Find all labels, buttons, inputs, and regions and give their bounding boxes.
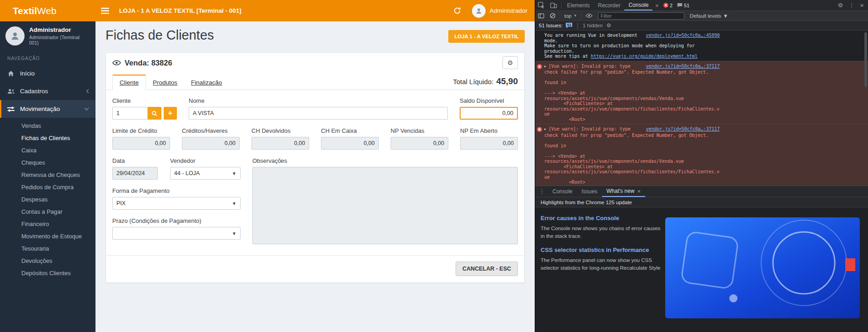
console-sidebar-icon[interactable] bbox=[535, 11, 547, 20]
whats-new-item-title[interactable]: CSS selector statistics in Performance bbox=[541, 246, 664, 253]
drawer-tabbar: ⋮ Console Issues What's new× bbox=[535, 186, 868, 197]
limite-credito-label: Limite de Crédito bbox=[112, 127, 170, 134]
sidebar-subitem-caixa[interactable]: Caixa bbox=[0, 144, 95, 156]
sidebar-subitem-despesas[interactable]: Despesas bbox=[0, 193, 95, 206]
message-count-badge[interactable]: 51 bbox=[675, 3, 692, 8]
issues-settings-icon[interactable]: ⚙ bbox=[607, 22, 612, 29]
console-filter-input[interactable] bbox=[598, 12, 684, 20]
issues-count-label: 51 Issues: bbox=[539, 23, 562, 28]
observacoes-textarea[interactable] bbox=[252, 167, 518, 244]
clear-console-icon[interactable] bbox=[547, 11, 558, 20]
creditos-haveres-input[interactable] bbox=[182, 137, 240, 150]
nome-label: Nome bbox=[189, 97, 448, 104]
sidebar-subitem-remessa-de-cheques[interactable]: Remessa de Cheques bbox=[0, 169, 95, 181]
sidebar-subitem-movimento-de-estoque[interactable]: Movimento de Estoque bbox=[0, 230, 95, 242]
np-em-aberto-input[interactable] bbox=[460, 137, 518, 150]
np-em-aberto-label: NP Em Aberto bbox=[460, 127, 518, 134]
sidebar-subitem-financeiro[interactable]: Financeiro bbox=[0, 218, 95, 230]
forma-pagamento-label: Forma de Pagamento bbox=[112, 187, 241, 194]
expand-triangle-icon[interactable]: ▶ bbox=[544, 127, 546, 132]
home-icon bbox=[7, 70, 15, 77]
cliente-search-button[interactable] bbox=[148, 107, 161, 120]
tab-produtos[interactable]: Produtos bbox=[146, 75, 184, 90]
error-count-badge[interactable]: 2 bbox=[661, 3, 675, 8]
live-expression-eye-icon[interactable] bbox=[583, 11, 595, 20]
close-tab-icon[interactable]: × bbox=[637, 188, 641, 195]
prazo-select[interactable]: ▼ bbox=[112, 227, 241, 240]
sidebar-subitem-tesouraria[interactable]: Tesouraria bbox=[0, 242, 95, 255]
devtools-tab-elements[interactable]: Elements bbox=[563, 0, 594, 10]
issues-bar[interactable]: 51 Issues: 51 1 hidden ⚙ bbox=[535, 21, 868, 30]
sidebar-subitem-contas-a-pagar[interactable]: Contas a Pagar bbox=[0, 206, 95, 218]
error-circle-icon bbox=[537, 64, 542, 70]
forma-pagamento-select[interactable]: PIX▼ bbox=[112, 197, 241, 210]
device-toolbar-icon[interactable] bbox=[547, 0, 560, 10]
topbar-user-name[interactable]: Administrador bbox=[490, 7, 527, 14]
devtools-menu-icon[interactable]: ⋮ bbox=[846, 2, 858, 9]
devtools-settings-icon[interactable]: ⚙ bbox=[835, 2, 846, 9]
tab-finalizacao[interactable]: Finalização bbox=[184, 75, 229, 90]
caret-down-icon: ▼ bbox=[723, 13, 728, 19]
error-circle-icon bbox=[663, 3, 668, 8]
store-button[interactable]: LOJA 1 - A VELOZ TEXTIL bbox=[448, 30, 525, 43]
data-input[interactable] bbox=[112, 167, 158, 180]
ch-em-caixa-input[interactable] bbox=[321, 137, 379, 150]
console-error-vue-warn: vendor.js?id=50cfc0a…:37117 ▶[Vue warn]:… bbox=[535, 61, 868, 125]
devtools-drawer: ⋮ Console Issues What's new× Highlights … bbox=[535, 186, 868, 332]
cancel-button[interactable]: CANCELAR - ESC bbox=[456, 262, 518, 276]
drawer-tab-console[interactable]: Console bbox=[548, 186, 577, 197]
sidebar-item-cadastros[interactable]: Cadastros bbox=[0, 82, 95, 100]
log-levels-selector[interactable]: Default levels▼ bbox=[687, 13, 731, 19]
topbar-avatar[interactable] bbox=[472, 4, 486, 18]
field-np-em-aberto: NP Em Aberto bbox=[460, 127, 518, 150]
hidden-issues-label: 1 hidden bbox=[582, 23, 602, 28]
sidebar-subitem-depositos-clientes[interactable]: Depósitos Clientes bbox=[0, 267, 95, 279]
sidebar-item-inicio[interactable]: Início bbox=[0, 65, 95, 82]
np-vencidas-input[interactable] bbox=[391, 137, 448, 150]
sidebar-item-movimentacao[interactable]: Movimentação bbox=[0, 100, 95, 118]
issues-badge[interactable]: 51 bbox=[565, 22, 573, 29]
devtools-close-icon[interactable]: × bbox=[858, 1, 868, 9]
more-tabs-icon[interactable]: » bbox=[652, 2, 661, 9]
sidebar-subitem-vendas[interactable]: Vendas bbox=[0, 120, 95, 132]
saldo-input[interactable] bbox=[460, 107, 518, 120]
cliente-input[interactable] bbox=[112, 107, 148, 120]
whats-new-header: Highlights from the Chrome 125 update bbox=[535, 197, 868, 207]
console-source-link[interactable]: vendor.js?id=50cfc0a…:37117 bbox=[646, 64, 720, 69]
drawer-tab-whats-new[interactable]: What's new× bbox=[602, 186, 645, 197]
context-selector[interactable]: top▼ bbox=[562, 13, 580, 19]
drawer-tab-issues[interactable]: Issues bbox=[577, 186, 602, 197]
brand-logo[interactable]: TextilWeb bbox=[0, 0, 95, 21]
prazo-label: Prazo (Condições de Pagamento) bbox=[112, 217, 241, 224]
devtools-tab-console[interactable]: Console bbox=[624, 0, 652, 10]
expand-triangle-icon[interactable]: ▶ bbox=[544, 64, 546, 70]
limite-credito-input[interactable] bbox=[112, 137, 170, 150]
sidebar-subitem-pedidos-de-compra[interactable]: Pedidos de Compra bbox=[0, 181, 95, 193]
field-np-vencidas: NP Vencidas bbox=[391, 127, 448, 150]
sidebar-user-name: Administrador bbox=[29, 26, 90, 33]
hamburger-menu-icon[interactable] bbox=[101, 8, 109, 14]
sidebar-subitem-fichas-de-clientes[interactable]: Fichas de Clientes bbox=[0, 132, 95, 144]
cliente-add-button[interactable]: + bbox=[164, 107, 177, 120]
whats-new-item-title[interactable]: Error causes in the Console bbox=[541, 215, 664, 221]
vendedor-select[interactable]: 44 - LOJA▼ bbox=[170, 167, 241, 180]
sidebar-item-label: Movimentação bbox=[20, 106, 60, 112]
ch-devolvidos-input[interactable] bbox=[251, 137, 309, 150]
refresh-icon[interactable] bbox=[453, 7, 461, 15]
sidebar-subitem-cheques[interactable]: Cheques bbox=[0, 156, 95, 169]
user-avatar bbox=[5, 26, 25, 45]
total-liquido-label: Total Líquido: bbox=[453, 78, 493, 86]
card-settings-button[interactable]: ⚙ bbox=[502, 56, 518, 69]
console-source-link[interactable]: vendor.js?id=50cfc0a…:37117 bbox=[646, 126, 720, 132]
tab-cliente[interactable]: Cliente bbox=[112, 75, 146, 90]
card-tabs: Cliente Produtos Finalização Total Líqui… bbox=[106, 73, 524, 90]
person-icon bbox=[10, 31, 20, 41]
inspect-element-icon[interactable] bbox=[535, 0, 547, 10]
devtools-tab-recorder[interactable]: Recorder bbox=[594, 0, 624, 10]
console-scrollbar[interactable] bbox=[864, 32, 867, 87]
deployment-tips-link[interactable]: https://vuejs.org/guide/deployment.html bbox=[591, 54, 697, 59]
nome-input[interactable] bbox=[189, 107, 448, 120]
drawer-menu-icon[interactable]: ⋮ bbox=[536, 188, 548, 195]
console-source-link[interactable]: vendor.js?id=50cfc0a…:45090 bbox=[646, 33, 720, 38]
sidebar-subitem-devolucoes[interactable]: Devoluções bbox=[0, 255, 95, 267]
